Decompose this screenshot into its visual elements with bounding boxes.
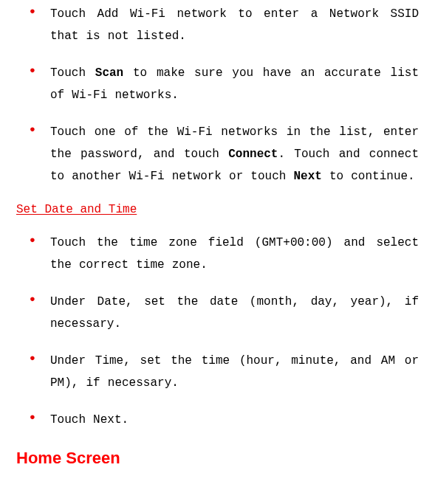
list-item-text: Under Time, set the time (hour, minute, … — [50, 350, 419, 394]
bold-term: Connect — [228, 148, 278, 161]
list-item: ● Touch Scan to make sure you have an ac… — [16, 62, 419, 106]
list-item-text: Touch Scan to make sure you have an accu… — [50, 62, 419, 106]
bullet-icon: ● — [16, 232, 50, 276]
list-item: ● Touch one of the Wi-Fi networks in the… — [16, 121, 419, 187]
bullet-icon: ● — [16, 121, 50, 187]
bold-term: Scan — [95, 66, 123, 80]
list-item-text: Under Date, set the date (month, day, ye… — [50, 291, 419, 335]
bullet-icon: ● — [16, 350, 50, 394]
list-item: ● Under Time, set the time (hour, minute… — [16, 350, 419, 394]
list-item-text: Touch the time zone field (GMT+00:00) an… — [50, 232, 419, 276]
bullet-icon: ● — [16, 3, 50, 47]
list-item-text: Touch Add Wi-Fi network to enter a Netwo… — [50, 3, 419, 47]
list-item: ● Touch Next. — [16, 409, 419, 431]
list-item: ● Touch the time zone field (GMT+00:00) … — [16, 232, 419, 276]
bullet-icon: ● — [16, 409, 50, 431]
section-heading-home: Home Screen — [16, 447, 419, 469]
bullet-icon: ● — [16, 62, 50, 106]
section-heading-datetime: Set Date and Time — [16, 202, 419, 218]
list-item: ● Touch Add Wi-Fi network to enter a Net… — [16, 3, 419, 47]
bold-term: Next — [293, 170, 321, 183]
bullet-icon: ● — [16, 291, 50, 335]
list-item-text: Touch one of the Wi-Fi networks in the l… — [50, 121, 419, 187]
list-item-text: Touch Next. — [50, 409, 419, 431]
list-item: ● Under Date, set the date (month, day, … — [16, 291, 419, 335]
